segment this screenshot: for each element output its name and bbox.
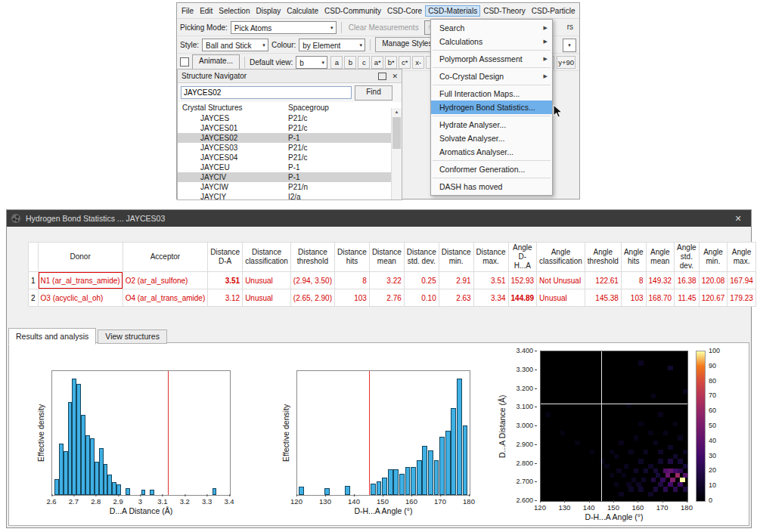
- axis-button-x[interactable]: x-: [412, 56, 424, 69]
- table-cell[interactable]: 149.32: [646, 272, 675, 289]
- column-header-angle-max[interactable]: Angle max.: [728, 243, 756, 272]
- menubar-item-display[interactable]: Display: [253, 5, 284, 17]
- menu-item-solvate-analyser[interactable]: Solvate Analyser...: [431, 131, 552, 145]
- menu-item-polymorph-assessment[interactable]: Polymorph Assessment▶: [431, 52, 552, 66]
- column-header-distance-hits[interactable]: Distance hits: [334, 243, 369, 272]
- column-header-distance-std-dev[interactable]: Distance std. dev.: [404, 243, 439, 272]
- structure-search-input[interactable]: [181, 86, 352, 99]
- colour-select[interactable]: by Element ▼: [299, 39, 365, 51]
- menu-item-calculations[interactable]: Calculations▶: [431, 35, 552, 48]
- table-cell[interactable]: O2 (ar_al_sulfone): [123, 272, 208, 289]
- column-header-distance-max[interactable]: Distance max.: [473, 243, 508, 272]
- column-header-distance-d-a[interactable]: Distance D-A: [208, 243, 243, 272]
- menubar-item-csd-materials[interactable]: CSD-Materials: [425, 5, 480, 17]
- picking-mode-select[interactable]: Pick Atoms ▼: [231, 21, 337, 34]
- table-cell[interactable]: Unusual: [243, 272, 291, 289]
- table-cell[interactable]: 145.38: [585, 289, 621, 307]
- menubar-item-csd-core[interactable]: CSD-Core: [384, 5, 425, 17]
- menubar-item-selection[interactable]: Selection: [216, 5, 253, 17]
- menubar-item-csd-particle[interactable]: CSD-Particle: [529, 5, 579, 17]
- structure-row-jayces02[interactable]: JAYCES02P-1: [178, 133, 402, 143]
- axis-button-a[interactable]: a*: [371, 56, 383, 69]
- column-header-angle-d-h-a[interactable]: Angle D-H...A: [508, 243, 537, 272]
- table-cell[interactable]: 179.23: [728, 289, 756, 307]
- table-cell[interactable]: 120.08: [699, 272, 728, 289]
- table-cell[interactable]: (2.94, 3.50): [290, 272, 334, 289]
- default-view-select[interactable]: b ▼: [296, 56, 327, 69]
- table-cell[interactable]: 3.12: [208, 289, 243, 307]
- column-header-donor[interactable]: Donor: [38, 243, 123, 272]
- table-cell[interactable]: 167.94: [728, 272, 756, 289]
- table-cell[interactable]: 16.38: [675, 272, 700, 289]
- menubar-item-calculate[interactable]: Calculate: [284, 5, 321, 17]
- close-window-button[interactable]: ✕: [725, 210, 751, 227]
- column-header-angle-mean[interactable]: Angle mean: [646, 243, 675, 272]
- row-number[interactable]: 1: [29, 272, 39, 289]
- clipped-dropdown[interactable]: ▼: [563, 39, 576, 52]
- axis-button-b[interactable]: b*: [385, 56, 397, 69]
- table-cell[interactable]: 3.22: [369, 272, 404, 289]
- table-cell[interactable]: 0.25: [404, 272, 439, 289]
- animate-checkbox[interactable]: [180, 57, 189, 66]
- menu-item-search[interactable]: Search▶: [431, 21, 552, 35]
- style-select[interactable]: Ball and Stick ▼: [202, 39, 268, 51]
- table-cell[interactable]: 103: [621, 289, 646, 307]
- animate-button[interactable]: Animate...: [192, 54, 240, 70]
- table-cell[interactable]: Unusual: [537, 289, 585, 307]
- table-cell[interactable]: 152.93: [508, 272, 537, 289]
- axis-button-b[interactable]: b: [344, 56, 356, 69]
- table-cell[interactable]: 144.89: [508, 289, 537, 307]
- menubar-item-csd-community[interactable]: CSD-Community: [321, 5, 384, 17]
- menu-item-conformer-generation[interactable]: Conformer Generation...: [431, 162, 552, 176]
- scroll-up-icon[interactable]: ▲: [392, 108, 402, 114]
- table-cell[interactable]: 2.91: [439, 272, 473, 289]
- menu-item-hydrate-analyser[interactable]: Hydrate Analyser...: [431, 118, 552, 131]
- close-panel-icon[interactable]: ✕: [392, 73, 398, 80]
- table-cell[interactable]: 8: [621, 272, 646, 289]
- column-header-distance-classification[interactable]: Distance classification: [243, 243, 291, 272]
- row-number[interactable]: 2: [29, 289, 39, 307]
- table-cell[interactable]: 3.34: [473, 289, 508, 307]
- axis-button-c[interactable]: c*: [399, 56, 411, 69]
- structure-row-jayces03[interactable]: JAYCES03P21/c: [178, 143, 402, 153]
- table-cell[interactable]: 103: [334, 289, 369, 307]
- table-cell[interactable]: 0.10: [404, 289, 439, 307]
- table-cell[interactable]: 11.45: [675, 289, 700, 307]
- structure-row-jayciv[interactable]: JAYCIVP-1: [178, 172, 402, 182]
- table-cell[interactable]: O3 (acyclic_al_oh): [38, 289, 123, 307]
- tab-results-and-analysis[interactable]: Results and analysis: [8, 328, 96, 345]
- menu-item-aromatics-analyser[interactable]: Aromatics Analyser...: [431, 145, 552, 159]
- menu-item-full-interaction-maps[interactable]: Full Interaction Maps...: [431, 87, 552, 101]
- structure-row-jayceu[interactable]: JAYCEUP-1: [178, 162, 402, 172]
- axis-button-c[interactable]: c: [358, 56, 370, 69]
- column-header-angle-threshold[interactable]: Angle threshold: [585, 243, 621, 272]
- axis-button-a[interactable]: a: [330, 56, 343, 69]
- table-cell[interactable]: 8: [334, 272, 369, 289]
- scrollbar-thumb[interactable]: [392, 117, 401, 149]
- float-panel-icon[interactable]: [378, 73, 386, 80]
- column-header-angle-hits[interactable]: Angle hits: [621, 243, 646, 272]
- table-cell[interactable]: (2.65, 2.90): [290, 289, 334, 307]
- structure-row-jayces[interactable]: JAYCESP21/c: [178, 113, 402, 123]
- table-cell[interactable]: 120.67: [699, 289, 728, 307]
- window-titlebar[interactable]: Hydrogen Bond Statistics ... JAYCES03 ✕: [7, 210, 751, 227]
- table-cell[interactable]: 3.51: [208, 272, 243, 289]
- table-cell[interactable]: O4 (ar_al_trans_amide): [123, 289, 208, 307]
- structure-row-jayces01[interactable]: JAYCES01P21/c: [178, 123, 402, 133]
- menu-item-dash-has-moved[interactable]: DASH has moved: [431, 180, 552, 193]
- structure-row-jayciy[interactable]: JAYCIYI2/a: [178, 192, 402, 202]
- table-cell[interactable]: 122.61: [585, 272, 621, 289]
- column-header-angle-min[interactable]: Angle min.: [699, 243, 728, 272]
- navigator-scrollbar[interactable]: ▲: [391, 108, 402, 200]
- find-button[interactable]: Find: [355, 85, 392, 101]
- table-cell[interactable]: Not Unusual: [537, 272, 585, 289]
- menu-item-co-crystal-design[interactable]: Co-Crystal Design▶: [431, 70, 552, 83]
- column-header-distance-mean[interactable]: Distance mean: [369, 243, 404, 272]
- column-header-acceptor[interactable]: Acceptor: [123, 243, 208, 272]
- column-header-distance-min[interactable]: Distance min.: [439, 243, 473, 272]
- table-cell[interactable]: 2.76: [369, 289, 404, 307]
- rotate-button-y-90[interactable]: y+90: [557, 56, 576, 69]
- table-cell[interactable]: 168.70: [646, 289, 675, 307]
- table-cell[interactable]: 3.51: [473, 272, 508, 289]
- structure-row-jayciw[interactable]: JAYCIWP21/n: [178, 182, 402, 192]
